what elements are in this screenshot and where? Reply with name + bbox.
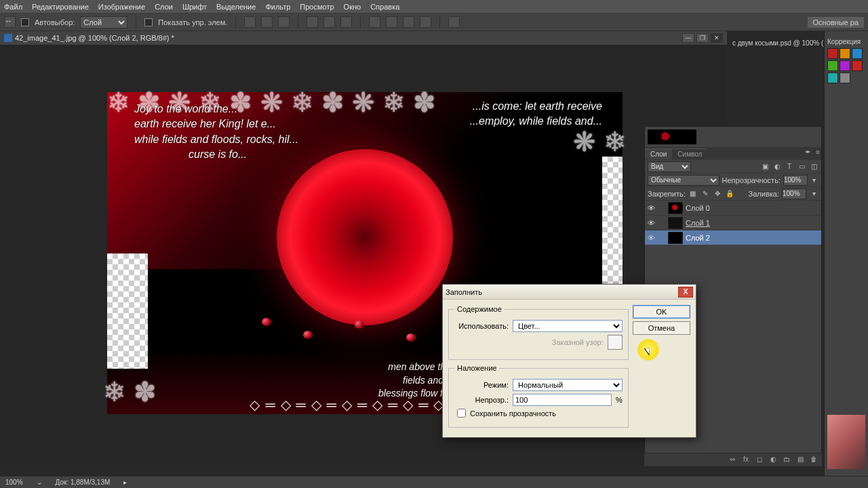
main-menu: Файл Редактирование Изображение Слои Шри…	[0, 0, 868, 14]
layer-name[interactable]: Слой 1	[686, 219, 710, 227]
menu-filter[interactable]: Фильтр	[265, 3, 290, 11]
dialog-opacity-label: Непрозр.:	[454, 396, 509, 404]
swatch[interactable]	[840, 73, 850, 83]
layer-mask-icon[interactable]: ◻	[754, 455, 765, 465]
distribute-3-icon[interactable]	[403, 16, 414, 28]
lock-transparency-icon[interactable]: ▦	[688, 189, 698, 199]
status-menu-icon[interactable]: ▸	[123, 479, 127, 486]
swatch[interactable]	[827, 60, 838, 71]
visibility-icon[interactable]: 👁	[646, 204, 656, 212]
layer-row[interactable]: 👁 Слой 0	[645, 200, 821, 215]
blend-mode-dropdown[interactable]: Обычные	[648, 175, 719, 186]
layers-list: 👁 Слой 0 👁 Слой 1 👁 Слой 2	[645, 200, 821, 245]
menu-file[interactable]: Файл	[4, 3, 22, 11]
ok-button[interactable]: OK	[633, 305, 690, 319]
layer-filter-dropdown[interactable]: Вид	[648, 161, 691, 172]
menu-window[interactable]: Окно	[344, 3, 361, 11]
menu-edit[interactable]: Редактирование	[32, 3, 89, 11]
preview-thumbnail[interactable]	[827, 415, 865, 469]
cancel-button[interactable]: Отмена	[633, 321, 690, 335]
lace-ornament-bl: ❄ ✽	[103, 376, 157, 407]
distribute-4-icon[interactable]	[420, 16, 431, 28]
menu-layer[interactable]: Слои	[155, 3, 173, 11]
delete-layer-icon[interactable]: 🗑	[808, 455, 819, 465]
swatch[interactable]	[840, 48, 850, 59]
layer-row[interactable]: 👁 Слой 2	[645, 230, 821, 245]
layers-panel-footer: ⇔ fx ◻ ◐ 🗀 ▤ 🗑	[644, 453, 822, 466]
filter-image-icon[interactable]: ▣	[760, 162, 770, 171]
align-hcenter-icon[interactable]	[261, 16, 273, 28]
preserve-transparency-checkbox[interactable]	[457, 409, 466, 418]
autoselect-dropdown[interactable]: Слой	[80, 16, 127, 28]
transparent-region-left	[107, 253, 148, 369]
lock-position-icon[interactable]: ✥	[713, 189, 722, 199]
zoom-dropdown-icon[interactable]: ⌄	[37, 479, 42, 486]
panel-menu-icon[interactable]: ≡	[816, 148, 820, 156]
filter-adjust-icon[interactable]: ◐	[772, 162, 782, 171]
swatch[interactable]	[827, 73, 838, 83]
navigator-thumbnail[interactable]	[645, 127, 821, 147]
move-tool-icon[interactable]: ↔	[4, 16, 16, 28]
dialog-close-button[interactable]: X	[678, 287, 693, 298]
visibility-icon[interactable]: 👁	[646, 234, 656, 242]
align-top-icon[interactable]	[307, 16, 318, 28]
lock-all-icon[interactable]: 🔒	[725, 189, 734, 199]
opacity-dropdown-icon[interactable]: ▾	[810, 176, 818, 185]
zoom-level[interactable]: 100%	[5, 479, 23, 486]
filter-shape-icon[interactable]: ▭	[797, 162, 806, 171]
swatch[interactable]	[840, 60, 850, 71]
window-close-button[interactable]: ✕	[711, 33, 723, 43]
link-layers-icon[interactable]: ⇔	[727, 455, 738, 465]
content-group: Содержимое Использовать: Цвет... Заказно…	[448, 305, 629, 360]
window-maximize-button[interactable]: ❐	[696, 33, 709, 43]
layer-name[interactable]: Слой 0	[686, 204, 710, 212]
panel-collapse-icon[interactable]: ◂▸	[805, 148, 810, 155]
dialog-opacity-input[interactable]	[513, 394, 612, 406]
new-layer-icon[interactable]: ▤	[795, 455, 806, 465]
menu-help[interactable]: Справка	[370, 3, 399, 11]
layer-name[interactable]: Слой 2	[686, 234, 710, 242]
align-left-icon[interactable]	[244, 16, 256, 28]
right-dock: Коррекция	[824, 31, 868, 476]
menu-type[interactable]: Шрифт	[182, 3, 207, 11]
tab-layers[interactable]: Слои	[645, 148, 672, 159]
layer-thumbnail[interactable]	[668, 202, 683, 214]
swatch[interactable]	[852, 60, 863, 71]
layer-row[interactable]: 👁 Слой 1	[645, 215, 821, 230]
visibility-icon[interactable]: 👁	[646, 219, 656, 227]
auto-align-icon[interactable]	[448, 16, 460, 28]
layer-thumbnail[interactable]	[668, 217, 683, 229]
opacity-input[interactable]	[783, 175, 808, 186]
align-right-icon[interactable]	[278, 16, 290, 28]
dialog-titlebar[interactable]: Заполнить X	[443, 285, 696, 300]
layer-thumbnail[interactable]	[668, 232, 683, 244]
document-titlebar[interactable]: 42_image_41_.jpg @ 100% (Слой 2, RGB/8#)…	[0, 31, 727, 45]
align-vcenter-icon[interactable]	[323, 16, 335, 28]
fill-dropdown-icon[interactable]: ▾	[809, 189, 818, 199]
distribute-h-icon[interactable]	[369, 16, 380, 28]
tab-symbol[interactable]: Символ	[672, 148, 707, 159]
menu-view[interactable]: Просмотр	[300, 3, 334, 11]
menu-image[interactable]: Изображение	[98, 3, 145, 11]
autoselect-checkbox[interactable]	[21, 18, 29, 26]
pattern-swatch	[608, 335, 623, 350]
fill-input[interactable]	[782, 188, 806, 199]
swatch[interactable]	[852, 48, 863, 59]
lock-pixels-icon[interactable]: ✎	[701, 189, 710, 199]
menu-select[interactable]: Выделение	[216, 3, 256, 11]
mode-dropdown[interactable]: Нормальный	[513, 379, 623, 391]
showcontrols-checkbox[interactable]	[144, 18, 153, 26]
mode-label: Режим:	[454, 381, 509, 389]
swatch[interactable]	[827, 48, 838, 59]
layer-style-icon[interactable]: fx	[741, 455, 751, 465]
use-dropdown[interactable]: Цвет...	[513, 320, 623, 332]
align-bottom-icon[interactable]	[340, 16, 352, 28]
distribute-v-icon[interactable]	[386, 16, 397, 28]
filter-smart-icon[interactable]: ◫	[809, 162, 818, 171]
workspace-switcher[interactable]: Основные ра	[808, 17, 864, 28]
window-minimize-button[interactable]: —	[682, 33, 694, 43]
adjustment-layer-icon[interactable]: ◐	[768, 455, 778, 465]
pattern-label: Заказной узор:	[552, 338, 604, 346]
layer-group-icon[interactable]: 🗀	[781, 455, 792, 465]
filter-type-icon[interactable]: T	[785, 162, 794, 171]
